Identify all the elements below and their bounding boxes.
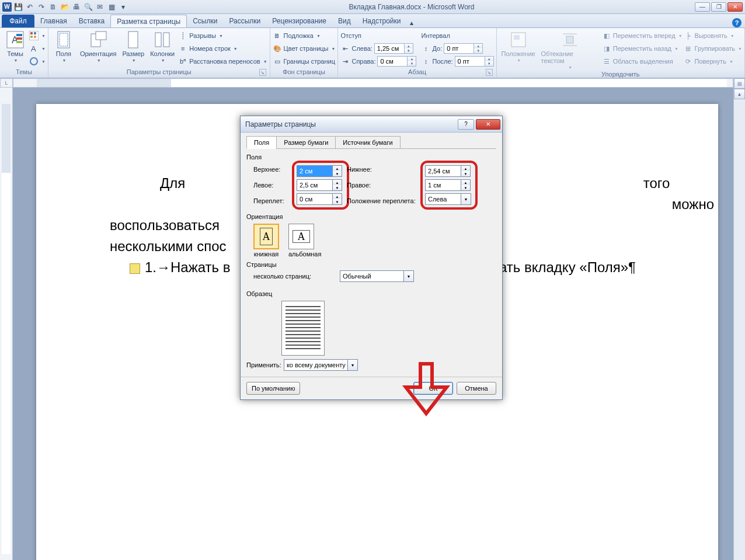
- cancel-button[interactable]: Отмена: [457, 382, 496, 395]
- indent-left-spinner[interactable]: ▲▼: [405, 43, 413, 54]
- breaks-button[interactable]: ┊Разрывы▼: [178, 29, 267, 42]
- svg-text:A: A: [12, 35, 18, 45]
- spacing-after-spinner[interactable]: ▲▼: [485, 56, 494, 67]
- columns-button[interactable]: Колонки▼: [148, 29, 177, 64]
- orientation-icon: [89, 30, 107, 49]
- left-margin-spinner[interactable]: ▲▼: [333, 179, 342, 191]
- apply-to-dropdown[interactable]: ▼: [348, 359, 358, 371]
- right-margin-input[interactable]: [425, 179, 461, 191]
- tab-mailings[interactable]: Рассылки: [223, 15, 266, 27]
- paragraph-launcher[interactable]: ↘: [486, 69, 493, 76]
- tab-references[interactable]: Ссылки: [187, 15, 223, 27]
- orientation-button[interactable]: Ориентация▼: [78, 29, 119, 64]
- close-button[interactable]: ✕: [727, 2, 743, 12]
- tab-view[interactable]: Вид: [332, 15, 357, 27]
- top-margin-spinner[interactable]: ▲▼: [333, 165, 342, 177]
- default-button[interactable]: По умолчанию: [246, 382, 300, 395]
- restore-button[interactable]: ❐: [711, 2, 726, 12]
- minimize-button[interactable]: —: [695, 2, 710, 12]
- dialog-help-button[interactable]: ?: [458, 119, 474, 130]
- group-button[interactable]: ⊞Группировать▼: [684, 42, 742, 55]
- theme-effects-icon[interactable]: ▼: [29, 55, 46, 68]
- gutter-position-dropdown[interactable]: ▼: [461, 193, 471, 205]
- ruler-toggle-icon[interactable]: ▤: [734, 78, 745, 89]
- left-margin-input[interactable]: [297, 179, 333, 191]
- horizontal-ruler[interactable]: [13, 78, 733, 88]
- tab-review[interactable]: Рецензирование: [266, 15, 332, 27]
- wrap-text-button[interactable]: Обтекание текстом▼: [539, 29, 601, 71]
- margins-button[interactable]: Поля▼: [51, 29, 76, 64]
- gutter-spinner[interactable]: ▲▼: [333, 193, 342, 205]
- scroll-up-icon[interactable]: ▲: [734, 89, 745, 99]
- rotate-button[interactable]: ⟳Повернуть▼: [684, 55, 742, 68]
- ok-button[interactable]: ОК: [413, 382, 453, 395]
- send-backward-button[interactable]: ◨Переместить назад▼: [602, 42, 683, 55]
- page-borders-button[interactable]: ▭Границы страниц: [273, 55, 336, 68]
- new-icon[interactable]: 🗎: [48, 2, 58, 12]
- dialog-close-button[interactable]: ✕: [476, 119, 500, 130]
- page-color-button[interactable]: 🎨Цвет страницы▼: [273, 42, 336, 55]
- orientation-landscape[interactable]: A альбомная: [288, 224, 321, 258]
- qat-more-icon[interactable]: ▾: [118, 2, 128, 12]
- multi-pages-dropdown[interactable]: ▼: [404, 270, 414, 282]
- gutter-position-combo[interactable]: [425, 193, 461, 205]
- svg-rect-18: [163, 33, 169, 47]
- open-icon[interactable]: 📂: [60, 2, 70, 12]
- watermark-button[interactable]: 🗎Подложка▼: [273, 29, 336, 42]
- ruler-corner[interactable]: L: [0, 78, 13, 88]
- dialog-tab-source[interactable]: Источник бумаги: [335, 136, 400, 149]
- bring-forward-button[interactable]: ◧Переместить вперед▼: [602, 29, 683, 42]
- orientation-portrait[interactable]: A книжная: [253, 224, 279, 258]
- indent-right-input[interactable]: [377, 56, 408, 67]
- undo-icon[interactable]: ↶: [25, 2, 35, 12]
- selection-pane-button[interactable]: ☰Область выделения: [602, 55, 683, 68]
- bottom-margin-spinner[interactable]: ▲▼: [461, 165, 471, 177]
- multi-pages-combo[interactable]: [340, 270, 404, 282]
- help-icon[interactable]: ?: [732, 18, 741, 27]
- themes-button[interactable]: A Темы▼: [2, 29, 28, 64]
- minimize-ribbon-icon[interactable]: ▴: [407, 18, 416, 27]
- preview-section-label: Образец: [246, 290, 496, 297]
- file-tab[interactable]: Файл: [2, 15, 34, 27]
- line-numbers-button[interactable]: ≡Номера строк▼: [178, 42, 267, 55]
- dialog-titlebar[interactable]: Параметры страницы ? ✕: [241, 116, 502, 133]
- tab-addins[interactable]: Надстройки: [357, 15, 407, 27]
- mail-icon[interactable]: ✉: [95, 2, 105, 12]
- size-button[interactable]: Размер▼: [120, 29, 147, 64]
- print-preview-icon[interactable]: 🔍: [83, 2, 93, 12]
- page-borders-icon: ▭: [273, 57, 282, 66]
- dialog-tabs: Поля Размер бумаги Источник бумаги: [246, 136, 496, 149]
- bottom-margin-input[interactable]: [425, 165, 461, 177]
- spacing-before-spinner[interactable]: ▲▼: [474, 43, 483, 54]
- indent-right-spinner[interactable]: ▲▼: [408, 56, 416, 67]
- dialog-tab-paper[interactable]: Размер бумаги: [276, 136, 336, 149]
- position-button[interactable]: Положение▼: [499, 29, 538, 64]
- dialog-tab-margins[interactable]: Поля: [246, 136, 277, 149]
- spacing-before-input[interactable]: [444, 43, 474, 54]
- align-button[interactable]: ╞Выровнять▼: [684, 29, 742, 42]
- page-setup-launcher[interactable]: ↘: [259, 69, 266, 76]
- quick-access-toolbar: W 💾 ↶ ↷ 🗎 📂 🖶 🔍 ✉ ▦ ▾: [2, 2, 128, 12]
- theme-colors-icon[interactable]: ▼: [29, 29, 46, 42]
- redo-icon[interactable]: ↷: [36, 2, 47, 12]
- selection-pane-icon: ☰: [602, 57, 611, 66]
- save-icon[interactable]: 💾: [13, 2, 23, 12]
- gutter-input[interactable]: [297, 193, 333, 205]
- breaks-icon: ┊: [178, 31, 187, 40]
- vertical-ruler[interactable]: [0, 88, 13, 560]
- tab-home[interactable]: Главная: [34, 15, 73, 27]
- tab-page-layout[interactable]: Разметка страницы: [110, 15, 187, 27]
- top-label: Верхнее:: [253, 166, 294, 173]
- quickprint-icon[interactable]: 🖶: [71, 2, 82, 12]
- vertical-scrollbar[interactable]: ▤ ▲: [733, 78, 745, 560]
- table-icon[interactable]: ▦: [106, 2, 117, 12]
- top-margin-input[interactable]: [297, 165, 333, 177]
- bring-forward-icon: ◧: [602, 31, 611, 40]
- spacing-after-input[interactable]: [455, 56, 485, 67]
- theme-fonts-icon[interactable]: A▼: [29, 42, 46, 55]
- apply-to-combo[interactable]: [284, 359, 348, 371]
- indent-left-input[interactable]: [374, 43, 405, 54]
- right-margin-spinner[interactable]: ▲▼: [461, 179, 471, 191]
- hyphenation-button[interactable]: bªРасстановка переносов▼: [178, 55, 267, 68]
- tab-insert[interactable]: Вставка: [73, 15, 111, 27]
